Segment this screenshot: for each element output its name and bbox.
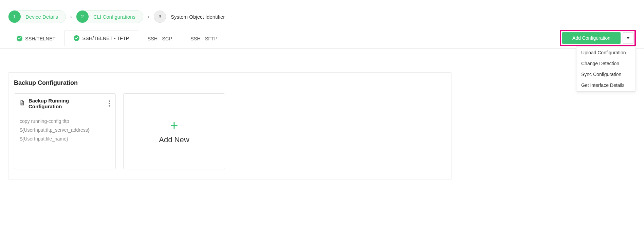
card-add-new[interactable]: + Add New <box>123 93 225 169</box>
step-num: 1 <box>8 11 21 23</box>
caret-down-icon <box>626 37 630 39</box>
tab-ssh-telnet[interactable]: SSH/TELNET <box>7 31 65 46</box>
tab-ssh-telnet-tftp[interactable]: SSH/TELNET - TFTP <box>65 31 138 46</box>
chevron-right-icon: › <box>147 13 149 20</box>
panel-title: Backup Configuration <box>14 79 446 87</box>
wizard-steps: 1 Device Details › 2 CLI Configurations … <box>0 0 644 29</box>
chevron-right-icon: › <box>70 13 72 20</box>
script-line: ${UserInput:file_name} <box>20 135 110 144</box>
tab-ssh-sftp[interactable]: SSH - SFTP <box>181 31 227 46</box>
step-label: CLI Configurations <box>93 14 135 20</box>
add-configuration-dropdown-toggle[interactable] <box>623 32 633 44</box>
add-new-label: Add New <box>159 135 189 144</box>
card-backup-running-configuration: Backup Running Configuration copy runnin… <box>14 93 116 169</box>
check-icon <box>17 36 22 41</box>
tab-label: SSH - SCP <box>147 36 172 41</box>
document-icon <box>19 100 25 107</box>
card-body: copy running-config tftp ${UserInput:tft… <box>14 113 115 148</box>
card-kebab-menu[interactable] <box>106 100 113 107</box>
add-configuration-dropdown: Upload Configuration Change Detection Sy… <box>576 46 636 92</box>
add-configuration-button[interactable]: Add Configuration <box>562 32 621 44</box>
action-area: Add Configuration Upload Configuration C… <box>560 29 636 48</box>
step-system-object-identifier[interactable]: 3 System Object Identifier <box>153 10 233 23</box>
cards: Backup Running Configuration copy runnin… <box>14 93 446 169</box>
menu-sync-configuration[interactable]: Sync Configuration <box>576 69 636 80</box>
step-device-details[interactable]: 1 Device Details <box>8 10 66 23</box>
action-highlight: Add Configuration <box>560 30 636 46</box>
step-num: 3 <box>154 11 166 23</box>
tabbar: SSH/TELNET SSH/TELNET - TFTP SSH - SCP S… <box>7 31 227 46</box>
backup-configuration-panel: Backup Configuration Backup Running Conf… <box>8 72 452 180</box>
tabbar-row: SSH/TELNET SSH/TELNET - TFTP SSH - SCP S… <box>0 29 644 49</box>
card-head: Backup Running Configuration <box>14 94 115 113</box>
card-title: Backup Running Configuration <box>29 98 103 109</box>
step-label: Device Details <box>25 14 58 20</box>
step-cli-configurations[interactable]: 2 CLI Configurations <box>76 10 143 23</box>
check-icon <box>74 35 79 41</box>
script-line: copy running-config tftp <box>20 117 110 126</box>
tab-ssh-scp[interactable]: SSH - SCP <box>138 31 181 46</box>
step-num: 2 <box>76 11 89 23</box>
menu-change-detection[interactable]: Change Detection <box>576 58 636 69</box>
menu-get-interface-details[interactable]: Get Interface Details <box>576 80 636 91</box>
plus-icon: + <box>170 118 178 132</box>
menu-upload-configuration[interactable]: Upload Configuration <box>576 47 636 58</box>
step-label: System Object Identifier <box>171 14 225 20</box>
tab-label: SSH/TELNET <box>25 36 55 41</box>
tab-label: SSH - SFTP <box>190 36 218 41</box>
tab-label: SSH/TELNET - TFTP <box>82 36 129 41</box>
script-line: ${UserInput:tftp_server_address} <box>20 126 110 135</box>
